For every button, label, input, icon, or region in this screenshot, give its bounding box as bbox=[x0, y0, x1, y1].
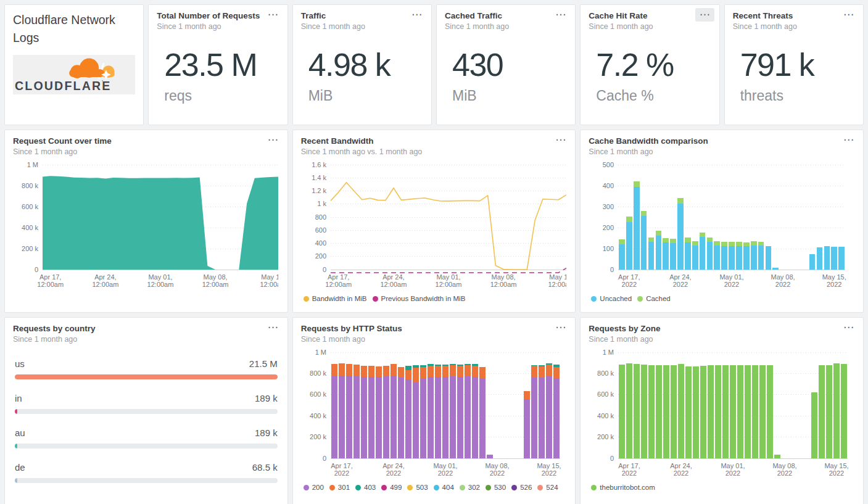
panel-menu-icon[interactable]: ⋯ bbox=[263, 321, 283, 334]
country-bar-fill bbox=[15, 444, 17, 448]
legend-item[interactable]: 301 bbox=[329, 484, 350, 491]
svg-text:May 08,2022: May 08,2022 bbox=[485, 462, 509, 477]
cache-bandwidth-chart[interactable]: 0100200300400500Apr 17,2022Apr 24,2022Ma… bbox=[589, 160, 855, 302]
panel-title: Requests by Zone bbox=[589, 324, 855, 333]
panel-subtitle: Since 1 month ago bbox=[589, 147, 855, 156]
svg-text:0: 0 bbox=[610, 455, 614, 462]
svg-text:May 15,2022: May 15,2022 bbox=[537, 462, 561, 477]
svg-text:600 k: 600 k bbox=[597, 390, 614, 398]
stat-unit: reqs bbox=[164, 88, 279, 104]
legend-label: Previous Bandwidth in MiB bbox=[381, 295, 466, 302]
chart-canvas[interactable]: 0100200300400500Apr 17,2022Apr 24,2022Ma… bbox=[589, 160, 854, 292]
chart-canvas[interactable]: 0200 k400 k600 k800 k1 MApr 17,2022Apr 2… bbox=[589, 347, 854, 481]
svg-text:200: 200 bbox=[603, 224, 614, 231]
legend-dot-icon bbox=[591, 296, 597, 302]
panel-menu-icon[interactable]: ⋯ bbox=[551, 133, 570, 147]
svg-text:May 01,2022: May 01,2022 bbox=[433, 462, 457, 477]
country-bar-fill bbox=[15, 374, 278, 379]
legend-item[interactable]: 302 bbox=[460, 484, 480, 491]
panel-menu-icon[interactable]: ⋯ bbox=[407, 8, 426, 22]
chart-canvas[interactable]: 0200 k400 k600 k800 k1 MApr 17,12:00amAp… bbox=[13, 160, 278, 292]
panel-menu-icon[interactable]: ⋯ bbox=[839, 133, 858, 147]
legend-item[interactable]: Previous Bandwidth in MiB bbox=[373, 295, 466, 302]
legend-item[interactable]: 530 bbox=[486, 484, 506, 491]
zone-chart[interactable]: 0200 k400 k600 k800 k1 MApr 17,2022Apr 2… bbox=[589, 347, 855, 491]
legend-item[interactable]: 200 bbox=[304, 484, 324, 491]
legend-item[interactable]: 524 bbox=[537, 484, 558, 491]
svg-text:1 M: 1 M bbox=[603, 349, 614, 356]
legend-item[interactable]: 404 bbox=[434, 484, 454, 491]
panel-menu-icon[interactable]: ⋯ bbox=[551, 321, 570, 334]
panel-cache-hit-rate: Cache Hit Rate Since 1 month ago ⋯ 7.2 %… bbox=[580, 4, 719, 125]
country-bar-fill bbox=[15, 409, 17, 414]
panel-menu-icon[interactable]: ⋯ bbox=[263, 8, 283, 22]
legend-label: Uncached bbox=[600, 295, 632, 302]
svg-text:May 01,2022: May 01,2022 bbox=[720, 273, 744, 288]
svg-text:0: 0 bbox=[323, 266, 326, 273]
legend-item[interactable]: Cached bbox=[637, 295, 671, 302]
cloudflare-logo-image: CLOUDFLARE ’ bbox=[14, 56, 134, 94]
legend-item[interactable]: theburritobot.com bbox=[591, 484, 655, 491]
legend-dot-icon bbox=[460, 485, 465, 490]
legend-dot-icon bbox=[329, 485, 335, 490]
http-status-chart[interactable]: 0200 k400 k600 k800 k1 MApr 17,2022Apr 2… bbox=[301, 347, 568, 491]
svg-text:400: 400 bbox=[315, 239, 326, 247]
svg-text:800: 800 bbox=[315, 213, 326, 221]
stat-body: 7.2 % Cache % bbox=[589, 47, 711, 104]
country-value: 68.5 k bbox=[252, 462, 278, 473]
top-row: Cloudflare Network Logs CLOUDFLARE ’ Tot… bbox=[4, 4, 864, 125]
svg-text:Apr 24,12:00am: Apr 24,12:00am bbox=[92, 273, 118, 288]
svg-text:May 01,2022: May 01,2022 bbox=[721, 462, 745, 477]
legend-dot-icon bbox=[373, 296, 378, 302]
svg-text:Apr 17,2022: Apr 17,2022 bbox=[618, 273, 640, 288]
bottom-row: Requests by country Since 1 month ago ⋯ … bbox=[4, 317, 864, 504]
svg-text:400: 400 bbox=[603, 182, 614, 189]
panel-menu-icon[interactable]: ⋯ bbox=[839, 321, 858, 334]
country-bar-track bbox=[15, 478, 278, 483]
country-value: 21.5 M bbox=[249, 358, 278, 369]
legend-label: 530 bbox=[494, 484, 506, 491]
panel-requests-by-zone: Requests by Zone Since 1 month ago ⋯ 020… bbox=[580, 317, 864, 504]
panel-menu-icon[interactable]: ⋯ bbox=[551, 8, 570, 22]
recent-bandwidth-chart[interactable]: 02004006008001 k1.2 k1.4 k1.6 kApr 17,12… bbox=[301, 160, 568, 302]
legend-item[interactable]: 526 bbox=[511, 484, 532, 491]
trademark-mark: ’ bbox=[102, 78, 103, 85]
panel-subtitle: Since 1 month ago vs. 1 month ago bbox=[301, 147, 568, 156]
stat-value: 430 bbox=[452, 47, 567, 84]
svg-text:500: 500 bbox=[603, 161, 614, 168]
svg-text:0: 0 bbox=[35, 266, 38, 273]
country-label: au bbox=[15, 428, 25, 438]
legend-dot-icon bbox=[407, 485, 413, 490]
legend-label: 404 bbox=[442, 484, 454, 491]
country-bar-gauge[interactable]: us21.5 Min189 kau189 kde68.5 k bbox=[13, 358, 279, 483]
legend-label: 301 bbox=[338, 484, 350, 491]
panel-menu-icon[interactable]: ⋯ bbox=[839, 8, 858, 22]
panel-subtitle: Since 1 month ago bbox=[589, 22, 711, 31]
stat-value: 7.2 % bbox=[596, 47, 711, 84]
legend-dot-icon bbox=[304, 296, 309, 302]
chart-canvas[interactable]: 0200 k400 k600 k800 k1 MApr 17,2022Apr 2… bbox=[301, 347, 566, 481]
legend-dot-icon bbox=[381, 485, 387, 490]
legend-item[interactable]: 503 bbox=[407, 484, 428, 491]
dashboard-heading: Cloudflare Network Logs bbox=[13, 11, 135, 48]
panel-traffic: Traffic Since 1 month ago ⋯ 4.98 k MiB bbox=[292, 4, 432, 125]
svg-text:Apr 17,2022: Apr 17,2022 bbox=[331, 462, 352, 477]
legend-dot-icon bbox=[511, 485, 517, 490]
panel-subtitle: Since 1 month ago bbox=[733, 22, 855, 31]
panel-title: Cache Hit Rate bbox=[589, 11, 711, 20]
country-value: 189 k bbox=[255, 428, 278, 438]
legend-item[interactable]: Bandwidth in MiB bbox=[304, 295, 367, 302]
panel-menu-icon[interactable]: ⋯ bbox=[263, 133, 283, 147]
stat-body: 23.5 M reqs bbox=[157, 47, 279, 104]
svg-text:0: 0 bbox=[323, 455, 326, 462]
panel-menu-icon[interactable]: ⋯ bbox=[695, 8, 714, 22]
chart-legend: Bandwidth in MiBPrevious Bandwidth in Mi… bbox=[301, 295, 568, 302]
legend-item[interactable]: 499 bbox=[381, 484, 402, 491]
panel-title: Traffic bbox=[301, 11, 423, 20]
chart-canvas[interactable]: 02004006008001 k1.2 k1.4 k1.6 kApr 17,12… bbox=[301, 160, 566, 292]
svg-text:May 112:00a: May 112:00a bbox=[548, 273, 566, 288]
panel-title: Total Number of Requests bbox=[157, 11, 279, 20]
legend-item[interactable]: 403 bbox=[355, 484, 376, 491]
request-count-chart[interactable]: 0200 k400 k600 k800 k1 MApr 17,12:00amAp… bbox=[13, 160, 279, 292]
legend-item[interactable]: Uncached bbox=[591, 295, 632, 302]
